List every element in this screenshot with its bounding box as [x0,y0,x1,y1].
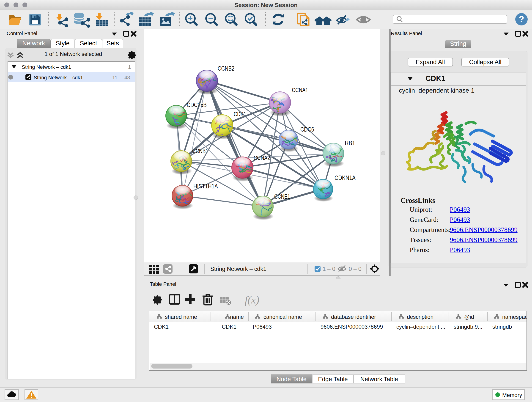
svg-text:name: name [230,314,244,320]
svg-text:String Network – cdk1: String Network – cdk1 [210,266,266,272]
svg-text:description: description [407,314,433,320]
svg-text:CCNB2: CCNB2 [218,65,234,72]
svg-text:HIST1H1A: HIST1H1A [193,183,218,190]
svg-text:stringdb:9...: stringdb:9... [454,324,482,330]
svg-text:namespace: namespace [502,314,526,320]
svg-text:CDC6: CDC6 [300,126,314,133]
svg-text:shared name: shared name [165,314,197,320]
svg-text:f(x): f(x) [245,294,259,306]
svg-text:RB1: RB1 [345,139,355,147]
svg-text:@id: @id [464,314,474,320]
svg-text:CCNA2: CCNA2 [254,154,270,161]
svg-text:CCNA1: CCNA1 [292,86,308,94]
svg-text:?: ? [519,14,524,24]
svg-text:cyclin–dependent ...: cyclin–dependent ... [396,324,445,330]
svg-text:CDK1: CDK1 [222,324,236,330]
svg-text:CDKN1A: CDKN1A [335,174,355,181]
svg-text:CCNB1: CCNB1 [192,147,208,154]
svg-text:1 – 0: 1 – 0 [323,266,336,272]
svg-text:canonical name: canonical name [264,314,302,320]
svg-text:database identifier: database identifier [331,314,376,320]
svg-text:P06493: P06493 [253,324,272,330]
svg-text:CDK1: CDK1 [234,110,246,118]
svg-text:9606.ENSP00000378699: 9606.ENSP00000378699 [321,324,383,330]
svg-text:CDK1: CDK1 [154,324,169,330]
svg-text:CDC25B: CDC25B [187,101,207,108]
svg-text:stringdb: stringdb [492,324,512,330]
svg-text:0 – 0: 0 – 0 [349,266,361,272]
svg-text:CCNE1: CCNE1 [274,193,290,200]
